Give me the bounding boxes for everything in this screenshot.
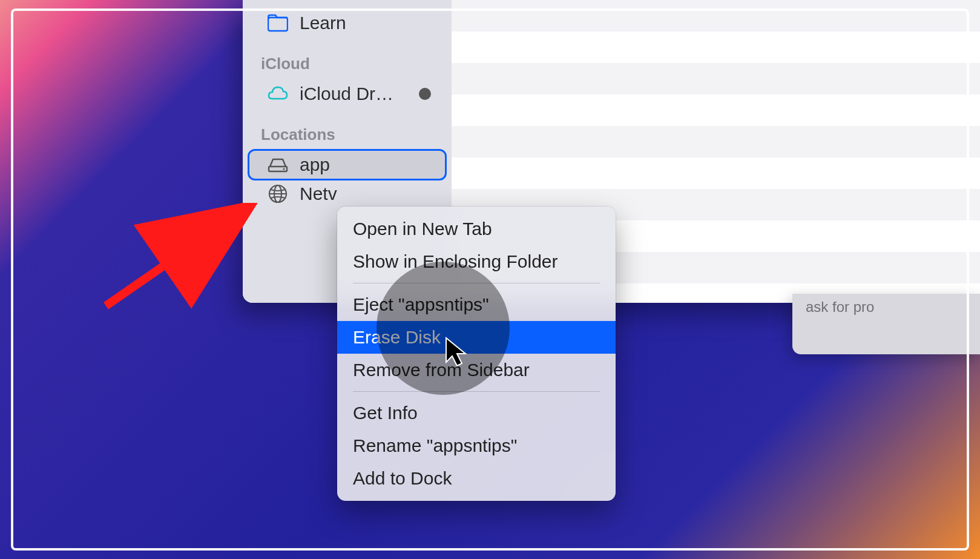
context-menu: Open in New Tab Show in Enclosing Folder… [337, 207, 616, 501]
sidebar-section-icloud: iCloud [243, 38, 452, 79]
clipped-panel-text: ask for pro [806, 299, 874, 315]
sidebar-item-label: Netv [300, 184, 337, 204]
external-disk-icon [267, 154, 289, 176]
list-row [452, 0, 980, 31]
folder-icon [267, 12, 289, 34]
sidebar-item-disk-appsntips[interactable]: app [249, 150, 446, 179]
menu-item-add-to-dock[interactable]: Add to Dock [337, 462, 616, 495]
menu-item-get-info[interactable]: Get Info [337, 397, 616, 429]
list-row [452, 126, 980, 157]
cloud-icon [267, 83, 289, 105]
sidebar-section-locations: Locations [243, 108, 452, 150]
svg-point-2 [283, 168, 285, 170]
sidebar-item-icloud-drive[interactable]: iCloud Dr… [249, 79, 446, 108]
sidebar-item-label: app [300, 154, 330, 175]
list-row [452, 31, 980, 63]
menu-separator [353, 391, 600, 392]
sync-status-dot [419, 88, 431, 100]
sidebar-item-label: iCloud Dr… [300, 84, 393, 104]
sidebar-item-label: Learn [300, 13, 346, 33]
svg-rect-0 [268, 18, 288, 31]
sidebar-item-learn[interactable]: Learn [249, 8, 446, 38]
list-row [452, 94, 980, 126]
list-row [452, 157, 980, 189]
menu-separator [353, 283, 600, 283]
menu-item-eject[interactable]: Eject "appsntips" [337, 288, 616, 321]
list-row [452, 63, 980, 94]
menu-item-open-new-tab[interactable]: Open in New Tab [337, 213, 616, 245]
menu-item-remove-sidebar[interactable]: Remove from Sidebar [337, 354, 616, 386]
menu-item-rename[interactable]: Rename "appsntips" [337, 429, 616, 462]
menu-item-erase-disk[interactable]: Erase Disk [337, 321, 616, 354]
menu-item-show-enclosing[interactable]: Show in Enclosing Folder [337, 245, 616, 278]
clipped-panel: ask for pro [792, 294, 980, 354]
sidebar-item-network[interactable]: Netv [249, 179, 446, 208]
network-globe-icon [267, 183, 289, 205]
